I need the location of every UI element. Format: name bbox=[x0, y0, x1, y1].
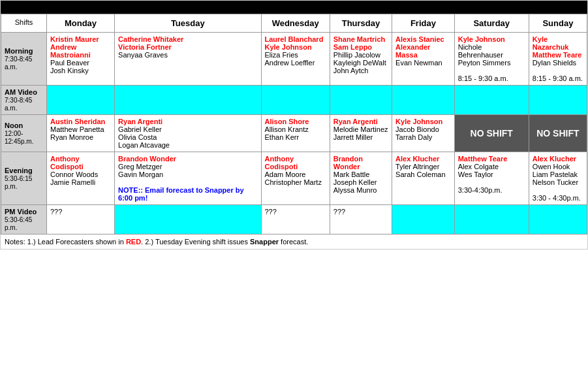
cell-monday: Austin SheridanMatthew PanettaRyan Monro… bbox=[47, 115, 115, 152]
notes-row: Notes: 1.) Lead Forecasters shown in RED… bbox=[1, 234, 587, 249]
cell-line: Sanyaa Graves bbox=[118, 51, 168, 59]
cell-friday bbox=[392, 205, 455, 234]
cell-line: Kyle Johnson bbox=[458, 35, 505, 43]
cell-line: Mastroianni bbox=[50, 51, 91, 59]
cell-line: Joseph Keller bbox=[333, 178, 377, 186]
cell-line: Alexander Massa bbox=[395, 43, 430, 59]
cell-thursday: ??? bbox=[330, 205, 392, 234]
cell-line: Andrew bbox=[50, 43, 76, 51]
cell-line: Alex Klucher bbox=[533, 155, 576, 163]
header-sunday: Sunday bbox=[529, 14, 587, 33]
cell-monday: ??? bbox=[47, 205, 115, 234]
cell-line: Tyler Altringer bbox=[395, 163, 439, 170]
header-thursday: Thursday bbox=[330, 14, 392, 33]
cell-line: Kyle Nazarchuk bbox=[533, 35, 569, 51]
snapper-text: Snapper bbox=[250, 238, 279, 246]
shift-name: Noon bbox=[5, 121, 23, 129]
cell-line: Josh Kinsky bbox=[50, 67, 89, 74]
header-saturday: Saturday bbox=[454, 14, 529, 33]
cell-line: Olivia Costa bbox=[118, 133, 157, 141]
cell-friday: Alex KlucherTyler AltringerSarah Coleman bbox=[392, 152, 455, 205]
cell-line: Ethan Kerr bbox=[265, 133, 300, 141]
cell-line: Sam Leppo bbox=[333, 43, 372, 51]
shift-name: PM Video bbox=[5, 208, 37, 216]
cell-line: 3:30 - 4:30p.m. bbox=[533, 194, 581, 202]
cell-line: 8:15 - 9:30 a.m. bbox=[533, 74, 583, 82]
cell-wednesday bbox=[261, 86, 330, 115]
shift-time: 5:30-6:15 p.m. bbox=[5, 175, 32, 190]
cell-wednesday: Laurel BlanchardKyle JohnsonEliza FriesA… bbox=[261, 33, 330, 86]
cell-tuesday bbox=[115, 86, 261, 115]
cell-tuesday: Ryan ArgentiGabriel KellerOlivia CostaLo… bbox=[115, 115, 261, 152]
cell-line: Gavin Morgan bbox=[118, 170, 163, 178]
cell-line: Tarrah Daly bbox=[395, 133, 432, 141]
cell-line: Evan Newman bbox=[395, 59, 442, 67]
shift-label: Morning7:30-8:45 a.m. bbox=[1, 33, 47, 86]
cell-sunday: Kyle NazarchukMatthew TeareDylan Shields… bbox=[529, 33, 587, 86]
shift-label: Noon12:00-12:45p.m. bbox=[1, 115, 47, 152]
cell-line: 8:15 - 9:30 a.m. bbox=[458, 74, 508, 82]
cell-line: Matthew Teare bbox=[458, 155, 508, 163]
cell-line: Sarah Coleman bbox=[395, 170, 445, 178]
cell-line: Alex Klucher bbox=[395, 155, 439, 163]
cell-line: Liam Pastelak bbox=[533, 170, 578, 178]
cell-line: Kayleigh DeWalt bbox=[333, 59, 386, 67]
cell-line: Phillip Jacolow bbox=[333, 51, 380, 59]
cell-line: Matthew Panetta bbox=[50, 125, 104, 133]
header-tuesday: Tuesday bbox=[115, 14, 261, 33]
shift-name: AM Video bbox=[5, 88, 37, 96]
shift-label: PM Video5:30-6:45 p.m. bbox=[1, 205, 47, 234]
cell-line: Alex Colgate bbox=[458, 163, 499, 170]
header-row: ShiftsMondayTuesdayWednesdayThursdayFrid… bbox=[1, 14, 587, 33]
shift-row-pm-video: PM Video5:30-6:45 p.m.????????? bbox=[1, 205, 587, 234]
cell-tuesday: Brandon WonderGreg MetzgerGavin MorganNO… bbox=[115, 152, 261, 205]
cell-monday: Anthony CodispotiConnor WoodsJamie Ramel… bbox=[47, 152, 115, 205]
shift-row-morning: Morning7:30-8:45 a.m.Kristin MaurerAndre… bbox=[1, 33, 587, 86]
red-text: RED bbox=[126, 238, 141, 246]
cell-line: Owen Hook bbox=[533, 163, 570, 170]
cell-line: Nelson Tucker bbox=[533, 178, 578, 186]
cell-monday: Kristin MaurerAndrewMastroianniPaul Beav… bbox=[47, 33, 115, 86]
header-monday: Monday bbox=[47, 14, 115, 33]
shift-time: 12:00-12:45p.m. bbox=[5, 130, 33, 145]
schedule-page: ShiftsMondayTuesdayWednesdayThursdayFrid… bbox=[0, 0, 588, 250]
cell-line: 3:30-4:30p.m. bbox=[458, 186, 503, 194]
cell-line: Paul Beaver bbox=[50, 59, 89, 67]
cell-line: Melodie Martinez bbox=[333, 125, 388, 133]
cell-line: Kyle Johnson bbox=[395, 118, 442, 125]
cell-line: Mark Battle bbox=[333, 170, 370, 178]
cell-sunday: Alex KlucherOwen HookLiam PastelakNelson… bbox=[529, 152, 587, 205]
header-wednesday: Wednesday bbox=[261, 14, 330, 33]
cell-line: Ryan Monroe bbox=[50, 133, 93, 141]
cell-saturday: Kyle JohnsonNichole BehrenhauserPeyton S… bbox=[454, 33, 529, 86]
shift-name: Morning bbox=[5, 47, 33, 55]
shift-time: 7:30-8:45 a.m. bbox=[5, 97, 32, 112]
cell-line: Logan Atcavage bbox=[118, 141, 170, 149]
cell-line: Eliza Fries bbox=[265, 51, 298, 59]
cell-saturday: Matthew TeareAlex ColgateWes Taylor3:30-… bbox=[454, 152, 529, 205]
cell-line: ??? bbox=[333, 208, 345, 216]
cell-line: Allison Krantz bbox=[265, 125, 309, 133]
cell-line: Wes Taylor bbox=[458, 170, 493, 178]
header-shifts: Shifts bbox=[1, 14, 47, 33]
cell-thursday: Ryan ArgentiMelodie MartinezJarrett Mill… bbox=[330, 115, 392, 152]
cell-line: Austin Sheridan bbox=[50, 118, 105, 125]
cell-line: Ryan Argenti bbox=[118, 118, 162, 125]
cell-line: ??? bbox=[265, 208, 277, 216]
cell-saturday bbox=[454, 86, 529, 115]
notes-cell: Notes: 1.) Lead Forecasters shown in RED… bbox=[1, 234, 587, 249]
shift-label: AM Video7:30-8:45 a.m. bbox=[1, 86, 47, 115]
shift-row-noon: Noon12:00-12:45p.m.Austin SheridanMatthe… bbox=[1, 115, 587, 152]
cell-friday: Kyle JohnsonJacob BiondoTarrah Daly bbox=[392, 115, 455, 152]
cell-wednesday: ??? bbox=[261, 205, 330, 234]
cell-line: ??? bbox=[50, 208, 62, 216]
cell-wednesday: Anthony CodispotiAdam MooreChristopher M… bbox=[261, 152, 330, 205]
page-title bbox=[1, 1, 587, 14]
cell-thursday: Shane MartrichSam LeppoPhillip JacolowKa… bbox=[330, 33, 392, 86]
cell-friday bbox=[392, 86, 455, 115]
cell-line: Brandon Wonder bbox=[333, 155, 363, 170]
schedule-table: ShiftsMondayTuesdayWednesdayThursdayFrid… bbox=[1, 14, 587, 234]
cell-line: Jacob Biondo bbox=[395, 125, 439, 133]
cell-line: Kristin Maurer bbox=[50, 35, 99, 43]
cell-thursday bbox=[330, 86, 392, 115]
